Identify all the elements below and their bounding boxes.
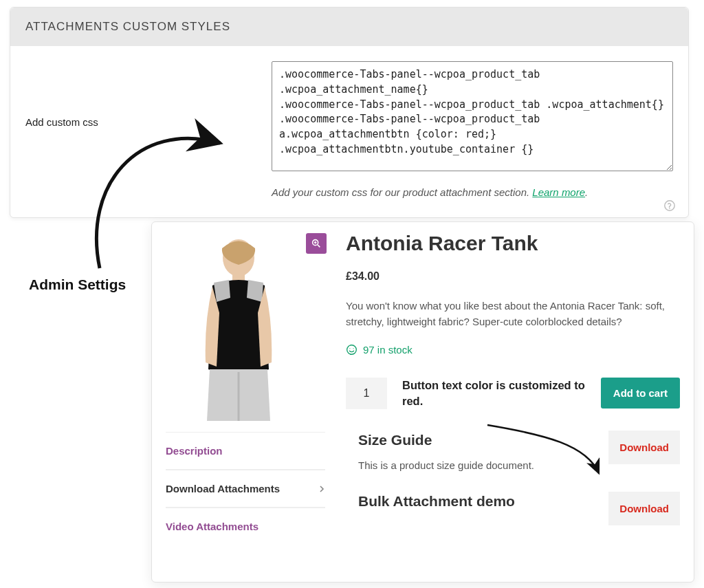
- chevron-right-icon: [318, 486, 325, 492]
- svg-point-11: [349, 348, 350, 349]
- help-text-label: Add your custom css for our product atta…: [272, 186, 532, 198]
- zoom-icon[interactable]: [306, 233, 327, 254]
- annotation-label: Admin Settigs: [29, 276, 126, 293]
- tab-video-attachments[interactable]: Video Attachments: [166, 508, 325, 545]
- smile-icon: [346, 344, 358, 356]
- tab-download-attachments[interactable]: Download Attachments: [166, 470, 325, 508]
- download-button[interactable]: Download: [608, 492, 680, 525]
- svg-point-0: [665, 201, 674, 210]
- panel-body: Add custom css Add your custom css for o…: [10, 46, 688, 217]
- product-price: £34.00: [346, 270, 680, 283]
- attachment-title: Size Guide: [358, 432, 608, 448]
- product-title: Antonia Racer Tank: [346, 232, 680, 255]
- svg-point-1: [669, 208, 670, 209]
- svg-line-3: [318, 245, 320, 247]
- attachment-bulk-demo: Bulk Attachment demo Download: [358, 492, 680, 525]
- field-wrapper: Add your custom css for our product atta…: [272, 61, 673, 210]
- stock-status: 97 in stock: [346, 344, 680, 356]
- field-label: Add custom css: [25, 61, 252, 128]
- product-info: Antonia Racer Tank £34.00 You won't know…: [346, 232, 680, 424]
- admin-settings-panel: ATTACHMENTS CUSTOM STYLES Add custom css…: [10, 7, 689, 218]
- tab-label: Download Attachments: [166, 483, 280, 494]
- help-icon[interactable]: [663, 199, 676, 212]
- quantity-stepper[interactable]: [346, 378, 387, 409]
- tab-description[interactable]: Description: [166, 432, 325, 470]
- svg-point-12: [353, 348, 353, 349]
- attachment-desc: This is a product size guide document.: [358, 459, 608, 471]
- cart-row: Button text color is customized to red. …: [346, 378, 680, 409]
- product-card: Antonia Racer Tank £34.00 You won't know…: [151, 221, 694, 582]
- tab-label: Description: [166, 445, 223, 457]
- learn-more-link[interactable]: Learn more: [532, 186, 585, 198]
- download-button[interactable]: Download: [608, 431, 680, 464]
- product-description: You won't know what you like best about …: [346, 298, 680, 330]
- tab-list: Description Download Attachments Video A…: [166, 432, 325, 545]
- product-photo-placeholder: [166, 232, 310, 421]
- product-image: [166, 232, 329, 424]
- attachments-area: Size Guide This is a product size guide …: [358, 431, 680, 541]
- attachment-size-guide: Size Guide This is a product size guide …: [358, 431, 680, 471]
- add-to-cart-button[interactable]: Add to cart: [601, 378, 680, 409]
- tab-label: Video Attachments: [166, 521, 258, 532]
- annotation-note: Button text color is customized to red.: [402, 378, 586, 409]
- svg-point-10: [347, 345, 357, 354]
- stock-text: 97 in stock: [363, 344, 412, 356]
- panel-title: ATTACHMENTS CUSTOM STYLES: [10, 8, 688, 46]
- custom-css-textarea[interactable]: [272, 61, 673, 171]
- attachment-title: Bulk Attachment demo: [358, 493, 608, 510]
- product-top: Antonia Racer Tank £34.00 You won't know…: [166, 232, 680, 424]
- tabs-row: Description Download Attachments Video A…: [166, 431, 680, 545]
- help-text: Add your custom css for our product atta…: [272, 174, 673, 210]
